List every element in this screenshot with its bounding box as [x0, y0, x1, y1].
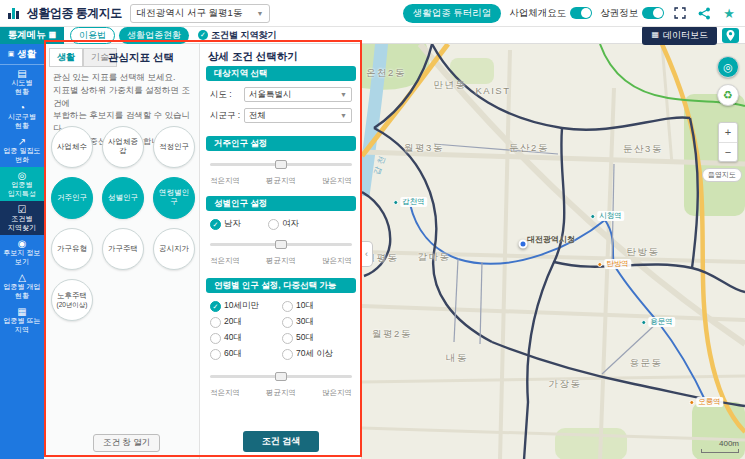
sidebar-item-label-line2: 현황 — [15, 88, 29, 97]
sidebar-tab-life[interactable]: ▣ 생활 — [0, 44, 44, 65]
age-scale-labels: 적은지역 평균지역 많은지역 — [210, 388, 352, 398]
sido-select[interactable]: 서울특별시 ▼ — [244, 87, 352, 102]
indicator-button[interactable]: 적정인구 — [153, 126, 195, 168]
age-option[interactable]: ✓ 60대 — [210, 348, 242, 360]
population-section-header: 거주인구 설정 — [206, 136, 356, 151]
location-pin-icon — [726, 30, 735, 41]
population-slider-thumb[interactable] — [275, 160, 287, 169]
fullscreen-icon — [674, 7, 686, 19]
chevron-left-icon: ‹ — [365, 249, 368, 259]
indicator-button[interactable]: 사업체수 — [51, 126, 93, 168]
indicator-button[interactable]: 가구유형 — [51, 228, 93, 270]
location-pin-button[interactable] — [722, 28, 739, 43]
checkbox-icon: ✓ — [210, 349, 221, 360]
indicator-panel-tab[interactable]: 생활 — [49, 48, 83, 67]
sidebar-item[interactable]: ◎ 업종별 입지특성 — [0, 167, 44, 201]
radio-icon: ✓ — [210, 219, 221, 230]
region-selector-dropdown[interactable]: 대전광역시 서구 월평1동 ▼ — [130, 4, 271, 23]
sidebar-item-icon: ◔ — [19, 102, 25, 113]
gender-option[interactable]: ✓ 여자 — [268, 218, 299, 230]
category-status-button[interactable]: 생활업종현황 — [119, 27, 189, 44]
sidebar-item-label-line1: 업종별 개업 — [4, 283, 41, 292]
checkbox-icon: ✓ — [210, 317, 221, 328]
sidebar-item-label-line2: 지역찾기 — [8, 224, 36, 233]
shade-map-toggle[interactable]: 음영지도 — [702, 168, 742, 182]
map-eco-layer-button[interactable]: ♻ — [717, 84, 739, 106]
age-option[interactable]: ✓ 20대 — [210, 316, 242, 328]
population-scale-labels: 적은지역 평균지역 많은지역 — [210, 176, 352, 186]
indicator-button[interactable]: 가구주택 — [102, 228, 144, 270]
checkbox-icon: ✓ — [282, 301, 293, 312]
age-option[interactable]: ✓ 10대 — [282, 300, 314, 312]
gender-option[interactable]: ✓ 남자 — [210, 218, 241, 230]
indicator-panel: 생활 기술 관심지표 선택 관심 있는 지표를 선택해 보세요. 지표별 상하위… — [44, 44, 200, 459]
stats-menu-label: 통계메뉴 — [8, 29, 46, 42]
sidebar-item-label-line2: 현황 — [15, 292, 29, 301]
region-selector-value: 대전광역시 서구 월평1동 — [137, 7, 243, 20]
population-slider — [210, 160, 352, 169]
map-scale: 400m — [701, 439, 739, 453]
sidebar-item[interactable]: △ 업종별 개업 현황 — [0, 269, 44, 303]
open-condition-window-button[interactable]: 조건 창 열기 — [93, 434, 160, 452]
app-window: 생활업종 통계지도 대전광역시 서구 월평1동 ▼ 생활업종 튜터리얼 사업체개… — [0, 0, 745, 459]
sidebar-item[interactable]: ☑ 조건별 지역찾기 — [0, 201, 44, 235]
sidebar: ▣ 생활 ▤ 시도별 현황 ◔ 시군구별 현황 ↗ 업종 밀집도 — [0, 44, 44, 459]
gender-slider-thumb[interactable] — [275, 240, 287, 249]
panel-collapse-button[interactable]: ‹ — [361, 241, 373, 267]
indicator-label: 공시지가 — [159, 245, 189, 254]
sigungu-row: 시군구 : 전체 ▼ — [210, 108, 352, 123]
sidebar-item-label-line1: 업종 밀집도 — [4, 147, 41, 156]
map-scale-bar — [701, 449, 739, 453]
indicator-button[interactable]: 공시지가 — [153, 228, 195, 270]
age-option[interactable]: ✓ 50대 — [282, 332, 314, 344]
age-option-label: 50대 — [296, 332, 314, 344]
indicator-panel-tabs: 생활 기술 — [49, 48, 117, 67]
indicator-button[interactable]: 연령별인구 — [153, 177, 195, 219]
indicator-button[interactable]: 거주인구 — [51, 177, 93, 219]
condition-search-button[interactable]: 조건 검색 — [243, 431, 319, 452]
map-view-settings-button[interactable]: ◎ — [717, 56, 739, 78]
grid-menu-icon: ▦ — [49, 31, 57, 39]
age-option[interactable]: ✓ 30대 — [282, 316, 314, 328]
stats-menu-button[interactable]: 통계메뉴 ▦ — [0, 27, 64, 44]
share-button[interactable] — [696, 7, 713, 20]
checkbox-icon: ✓ — [282, 317, 293, 328]
sigungu-select[interactable]: 전체 ▼ — [244, 108, 352, 123]
zoom-out-button[interactable]: − — [719, 143, 737, 162]
business-overview-toggle[interactable] — [570, 7, 592, 19]
sidebar-item-icon: ◉ — [18, 238, 27, 249]
zoom-in-button[interactable]: + — [719, 123, 737, 143]
usage-guide-button[interactable]: 이용법 — [70, 27, 115, 44]
indicator-button[interactable]: 성별인구 — [102, 177, 144, 219]
sidebar-item[interactable]: ↗ 업종 밀집도 변화 — [0, 133, 44, 167]
sidebar-item-label-line1: 후보지 정보 — [4, 249, 41, 258]
indicator-sublabel: (20년이상) — [56, 301, 87, 308]
indicator-button[interactable]: 노후주택 (20년이상) — [51, 279, 93, 321]
sidebar-item-label-line2: 입지특성 — [8, 190, 36, 199]
business-overview-toggle-group: 사업체개요도 — [509, 7, 592, 20]
age-option[interactable]: ✓ 70세 이상 — [282, 348, 333, 360]
indicator-label: 노후주택 — [57, 292, 87, 301]
sidebar-item[interactable]: ◔ 시군구별 현황 — [0, 99, 44, 133]
age-slider-thumb[interactable] — [275, 372, 287, 381]
sidebar-item-icon: ◎ — [18, 170, 27, 181]
scale-label-mid: 평균지역 — [266, 388, 296, 398]
sigungu-label: 시군구 : — [210, 110, 244, 122]
map-canvas[interactable]: 온천2동 만년동 KAIST 월평3동 — [362, 44, 745, 459]
favorite-button[interactable]: ★ — [721, 7, 737, 20]
gender-slider — [210, 240, 352, 249]
sidebar-item[interactable]: ◉ 후보지 정보 보기 — [0, 235, 44, 269]
fullscreen-button[interactable] — [672, 7, 688, 19]
age-option[interactable]: ✓ 40대 — [210, 332, 242, 344]
scale-label-high: 많은지역 — [322, 176, 352, 186]
tutorial-button[interactable]: 생활업종 튜터리얼 — [403, 4, 502, 23]
market-info-toggle[interactable] — [642, 7, 664, 19]
scale-label-high: 많은지역 — [322, 388, 352, 398]
sido-row: 시도 : 서울특별시 ▼ — [210, 87, 352, 102]
indicator-button[interactable]: 사업체증감 — [102, 126, 144, 168]
chevron-down-icon: ▼ — [340, 112, 347, 119]
sidebar-item[interactable]: ▤ 시도별 현황 — [0, 65, 44, 99]
sidebar-item[interactable]: ▦ 업종별 뜨는 지역 — [0, 303, 44, 337]
age-option[interactable]: ✓ 10세미만 — [210, 300, 259, 312]
dashboard-button[interactable]: ▦ 데이터보드 — [642, 26, 717, 45]
